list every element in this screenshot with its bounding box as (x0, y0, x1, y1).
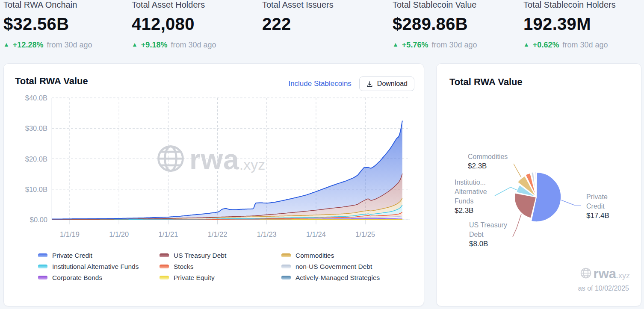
pie-callout-private-credit: PrivateCredit$17.4B (586, 192, 609, 221)
legend-item-corporate-bonds[interactable]: Corporate Bonds (38, 274, 139, 281)
stat-value: $289.86B (393, 15, 477, 34)
stat-total-rwa-onchain: Total RWA Onchain$32.56B▲+12.28%from 30d… (3, 0, 92, 50)
legend-item-private-credit[interactable]: Private Credit (38, 252, 139, 259)
legend-swatch (38, 265, 47, 268)
svg-text:1/1/19: 1/1/19 (60, 230, 80, 238)
callout-label: Alternative (455, 187, 487, 197)
pie-callout-institutional-alternative-funds: Institutio...AlternativeFunds$2.3B (455, 178, 487, 215)
stat-delta-pct: +5.76% (402, 41, 428, 50)
stat-label: Total RWA Onchain (3, 0, 92, 10)
svg-text:$0.00: $0.00 (30, 216, 47, 224)
callout-label: Commodities (468, 152, 508, 162)
up-triangle-icon: ▲ (132, 41, 138, 48)
legend-swatch (38, 276, 47, 280)
svg-text:1/1/22: 1/1/22 (208, 230, 227, 238)
legend-label: Institutional Alternative Funds (52, 263, 139, 271)
legend-item-institutional-alternative-funds[interactable]: Institutional Alternative Funds (38, 263, 139, 270)
stat-label: Total Stablecoin Value (393, 0, 477, 10)
legend-item-stocks[interactable]: Stocks (160, 263, 226, 270)
legend-label: Actively-Managed Strategies (295, 274, 380, 282)
up-triangle-icon: ▲ (393, 41, 399, 48)
rwa-breakdown-card: Total RWA Value Commodities$2.3BInstitut… (436, 63, 641, 306)
legend-label: Corporate Bonds (52, 274, 102, 282)
stat-delta-pct: +9.18% (141, 41, 168, 50)
stat-total-stablecoin-value: Total Stablecoin Value$289.86B▲+5.76%fro… (393, 0, 477, 50)
legend-item-private-equity[interactable]: Private Equity (160, 274, 226, 281)
svg-text:1/1/21: 1/1/21 (158, 230, 178, 238)
legend-label: Private Credit (52, 252, 92, 259)
legend-swatch (281, 276, 291, 280)
stat-label: Total Stablecoin Holders (523, 0, 616, 10)
callout-label: Private (586, 192, 609, 202)
callout-value: $8.0B (469, 239, 507, 249)
rwa-dashboard: Total RWA Onchain$32.56B▲+12.28%from 30d… (0, 0, 644, 309)
legend-swatch (160, 265, 169, 268)
legend-swatch (281, 265, 291, 268)
svg-text:1/1/25: 1/1/25 (355, 230, 375, 238)
legend-label: Commodities (295, 252, 334, 259)
stat-delta: ▲+0.62%from 30d ago (523, 40, 616, 50)
callout-value: $17.4B (586, 211, 609, 221)
as-of-date: as of 10/02/2025 (578, 285, 629, 292)
pie-callout-us-treasury-debt: US TreasuryDebt$8.0B (469, 221, 507, 249)
legend-column: Private CreditInstitutional Alternative … (38, 252, 139, 281)
legend-swatch (281, 253, 291, 257)
svg-text:$30.0B: $30.0B (25, 124, 47, 132)
stat-delta: ▲+12.28%from 30d ago (3, 40, 92, 50)
up-triangle-icon: ▲ (523, 41, 529, 48)
stat-label: Total Asset Holders (132, 0, 216, 10)
stat-value: $32.56B (3, 15, 92, 34)
stat-delta-suffix: from 30d ago (562, 41, 608, 50)
callout-label: Funds (455, 197, 487, 206)
legend-item-commodities[interactable]: Commodities (281, 252, 380, 259)
legend-item-non-us-government-debt[interactable]: non-US Government Debt (281, 263, 380, 270)
legend-label: Stocks (174, 263, 194, 271)
legend-swatch (160, 276, 169, 280)
stat-total-asset-issuers: Total Asset Issuers222 (262, 0, 334, 50)
legend-label: US Treasury Debt (174, 252, 226, 259)
callout-value: $2.3B (468, 162, 508, 171)
stat-delta: ▲+9.18%from 30d ago (132, 40, 216, 50)
svg-text:1/1/23: 1/1/23 (257, 230, 277, 238)
legend-swatch (38, 253, 47, 257)
svg-text:$40.0B: $40.0B (25, 94, 47, 102)
callout-label: Debt (469, 230, 507, 239)
legend-column: Commoditiesnon-US Government DebtActivel… (281, 252, 380, 281)
legend-item-actively-managed-strategies[interactable]: Actively-Managed Strategies (281, 274, 380, 281)
svg-text:$10.0B: $10.0B (25, 185, 47, 193)
callout-value: $2.3B (455, 206, 487, 215)
stat-total-stablecoin-holders: Total Stablecoin Holders192.39M▲+0.62%fr… (523, 0, 616, 50)
stat-delta-suffix: from 30d ago (171, 41, 216, 50)
stat-delta-suffix: from 30d ago (431, 41, 477, 50)
stat-value: 222 (262, 15, 334, 34)
stat-value: 412,080 (132, 15, 216, 34)
stat-delta: ▲+5.76%from 30d ago (393, 40, 477, 50)
callout-label: Institutio... (455, 178, 487, 187)
callout-label: Credit (586, 202, 609, 211)
legend-item-us-treasury-debt[interactable]: US Treasury Debt (160, 252, 226, 259)
up-triangle-icon: ▲ (3, 41, 9, 48)
callout-label: US Treasury (469, 221, 507, 230)
legend-label: Private Equity (174, 274, 215, 282)
stat-delta-pct: +0.62% (533, 41, 559, 50)
legend-swatch (160, 253, 169, 257)
stat-total-asset-holders: Total Asset Holders412,080▲+9.18%from 30… (132, 0, 216, 50)
stat-value: 192.39M (523, 15, 616, 34)
legend-column: US Treasury DebtStocksPrivate Equity (160, 252, 226, 281)
svg-text:1/1/24: 1/1/24 (306, 230, 326, 238)
stat-label: Total Asset Issuers (262, 0, 334, 10)
stat-delta-suffix: from 30d ago (47, 41, 92, 50)
svg-text:1/1/20: 1/1/20 (109, 230, 129, 238)
total-rwa-value-card: Total RWA Value Include Stablecoins Down… (3, 63, 424, 306)
pie-callout-commodities: Commodities$2.3B (468, 152, 508, 171)
svg-text:$20.0B: $20.0B (25, 155, 47, 163)
legend-label: non-US Government Debt (295, 263, 372, 271)
stat-delta-pct: +12.28% (13, 41, 44, 50)
